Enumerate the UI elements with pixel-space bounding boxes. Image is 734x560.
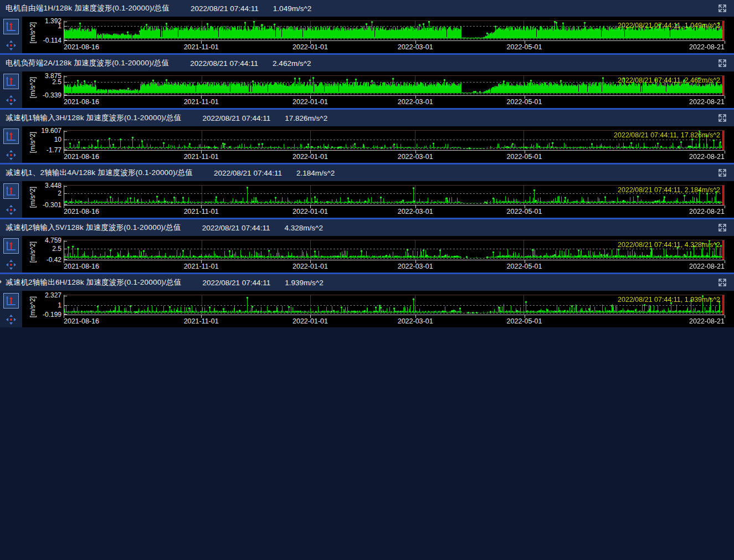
panel-header: 减速机2轴输入5V/128k 加速度波形(0.1-20000)/总值 2022/…	[0, 219, 734, 236]
cursor-annotation: 2022/08/21 07:44:11, 2.184m/s^2	[618, 186, 720, 194]
x-tick-label: 2021-11-01	[184, 153, 219, 161]
x-axis-tick	[725, 260, 725, 263]
pan-move-icon[interactable]	[3, 38, 19, 53]
x-tick-label: 2022-01-01	[292, 43, 328, 51]
y-min-label: -0.339	[28, 91, 61, 99]
expand-arrows-icon[interactable]	[716, 276, 728, 289]
autoscale-tool-button[interactable]	[3, 183, 19, 199]
x-axis-labels: 2021-08-162021-11-012022-01-012022-03-01…	[64, 260, 725, 273]
reading-value: 1.049m/s^2	[273, 4, 311, 13]
expand-arrows-icon[interactable]	[716, 2, 728, 14]
x-tick-label: 2022-03-01	[398, 263, 433, 270]
chart-area[interactable]: [m/s^2] 3.448 2 -0.301 2022/08/21 07:44:…	[22, 181, 734, 218]
plot-region[interactable]: 1.392 1 -0.114 2022/08/21 07:44:11, 1.04…	[64, 20, 725, 41]
pan-move-icon[interactable]	[3, 312, 19, 327]
x-axis-labels: 2021-08-162021-11-012022-01-012022-03-01…	[64, 205, 725, 218]
panel-header: 减速机1轴输入3H/128k 加速度波形(0.1-20000)/总值 2022/…	[0, 110, 734, 126]
chart-area[interactable]: [m/s^2] 19.607 10 -1.77 2022/08/21 07:44…	[22, 126, 734, 163]
x-tick-label: 2021-08-16	[64, 43, 99, 51]
x-tick-label: 2022-01-01	[292, 98, 328, 106]
x-tick-label: 2021-08-16	[64, 153, 99, 161]
x-tick-label: 2022-08-21	[689, 43, 725, 51]
channel-title: 减速机1、2轴输出4A/128k 加速度波形(0.1-20000)/总值	[6, 168, 193, 178]
x-tick-label: 2022-01-01	[292, 317, 328, 325]
channel-title: 减速机2轴输出6H/128k 加速度波形(0.1-20000)/总值	[6, 278, 181, 287]
reading-timestamp: 2022/08/21 07:44:11	[202, 279, 270, 287]
x-axis-tick	[725, 315, 725, 318]
x-tick-label: 2021-08-16	[64, 98, 99, 106]
x-tick-label: 2022-08-21	[689, 208, 725, 215]
autoscale-tool-button[interactable]	[3, 238, 19, 254]
pan-move-icon[interactable]	[3, 147, 19, 163]
x-tick-label: 2022-08-21	[689, 98, 725, 106]
x-tick-label: 2022-08-21	[689, 263, 725, 270]
channel-title: 减速机2轴输入5V/128k 加速度波形(0.1-20000)/总值	[6, 223, 181, 233]
panel-stack: 电机自由端1H/128k 加速度波形(0.1-20000)/总值 2022/08…	[0, 0, 734, 327]
chart-panel: 电机自由端1H/128k 加速度波形(0.1-20000)/总值 2022/08…	[0, 0, 734, 55]
chart-toolbar	[0, 71, 22, 108]
x-tick-label: 2022-03-01	[398, 208, 433, 215]
y-max-label: 4.759	[28, 237, 61, 244]
chart-body: [m/s^2] 2.327 1 -0.199 2022/08/21 07:44:…	[0, 291, 734, 327]
reading-timestamp: 2022/08/21 07:44:11	[191, 4, 259, 13]
plot-region[interactable]: 4.759 2.5 -0.42 2022/08/21 07:44:11, 4.3…	[64, 240, 725, 260]
autoscale-tool-button[interactable]	[3, 293, 19, 309]
plot-region[interactable]: 3.875 2.5 -0.339 2022/08/21 07:44:11, 2.…	[64, 75, 725, 96]
y-mid-label: 10	[28, 136, 61, 143]
chart-area[interactable]: [m/s^2] 1.392 1 -0.114 2022/08/21 07:44:…	[22, 17, 734, 53]
expand-arrows-icon[interactable]	[716, 167, 728, 179]
x-tick-label: 2022-05-01	[507, 263, 542, 270]
x-tick-label: 2022-05-01	[507, 98, 542, 106]
x-tick-label: 2022-03-01	[398, 317, 433, 325]
reading-timestamp: 2022/08/21 07:44:11	[214, 169, 282, 177]
x-tick-label: 2022-01-01	[292, 208, 328, 215]
chart-area[interactable]: [m/s^2] 3.875 2.5 -0.339 2022/08/21 07:4…	[22, 71, 734, 108]
cursor-annotation: 2022/08/21 07:44:11, 4.328m/s^2	[618, 241, 720, 249]
expand-arrows-icon[interactable]	[716, 222, 728, 234]
y-mid-label: 2.5	[28, 78, 61, 86]
x-axis-labels: 2021-08-162021-11-012022-01-012022-03-01…	[64, 315, 725, 327]
x-tick-label: 2022-08-21	[689, 317, 725, 325]
autoscale-tool-button[interactable]	[3, 19, 19, 34]
x-tick-label: 2022-05-01	[507, 317, 542, 325]
autoscale-tool-button[interactable]	[3, 129, 19, 144]
chart-panel: 减速机1、2轴输出4A/128k 加速度波形(0.1-20000)/总值 202…	[0, 165, 734, 219]
chart-panel: 减速机2轴输出6H/128k 加速度波形(0.1-20000)/总值 2022/…	[0, 274, 734, 327]
pan-move-icon[interactable]	[3, 93, 19, 108]
cursor-annotation: 2022/08/21 07:44:11, 1.939m/s^2	[618, 296, 720, 304]
y-min-label: -0.42	[28, 256, 61, 264]
pan-move-icon[interactable]	[3, 202, 19, 218]
chart-toolbar	[0, 236, 22, 273]
plot-region[interactable]: 3.448 2 -0.301 2022/08/21 07:44:11, 2.18…	[64, 185, 725, 205]
x-tick-label: 2021-08-16	[64, 263, 99, 270]
expand-arrows-icon[interactable]	[716, 57, 728, 69]
chart-panel: 电机负荷端2A/128k 加速度波形(0.1-20000)/总值 2022/08…	[0, 55, 734, 110]
x-axis-tick	[725, 205, 725, 208]
chart-area[interactable]: [m/s^2] 2.327 1 -0.199 2022/08/21 07:44:…	[22, 291, 734, 327]
chart-body: [m/s^2] 3.875 2.5 -0.339 2022/08/21 07:4…	[0, 71, 734, 108]
autoscale-tool-button[interactable]	[3, 74, 19, 89]
reading-value: 17.826m/s^2	[285, 114, 327, 122]
chart-area[interactable]: [m/s^2] 4.759 2.5 -0.42 2022/08/21 07:44…	[22, 236, 734, 273]
reading-value: 4.328m/s^2	[285, 224, 323, 232]
plot-region[interactable]: 19.607 10 -1.77 2022/08/21 07:44:11, 17.…	[64, 130, 725, 151]
reading-timestamp: 2022/08/21 07:44:11	[202, 224, 270, 232]
chart-body: [m/s^2] 1.392 1 -0.114 2022/08/21 07:44:…	[0, 17, 734, 53]
pan-move-icon[interactable]	[3, 257, 19, 273]
y-min-label: -0.199	[28, 311, 61, 318]
x-tick-label: 2022-05-01	[507, 153, 542, 161]
x-tick-label: 2022-03-01	[398, 98, 433, 106]
y-max-label: 19.607	[28, 127, 61, 135]
x-axis-labels: 2021-08-162021-11-012022-01-012022-03-01…	[64, 151, 725, 163]
chart-toolbar	[0, 181, 22, 218]
channel-title: 电机负荷端2A/128k 加速度波形(0.1-20000)/总值	[6, 58, 169, 68]
chart-panel: 减速机1轴输入3H/128k 加速度波形(0.1-20000)/总值 2022/…	[0, 110, 734, 165]
plot-region[interactable]: 2.327 1 -0.199 2022/08/21 07:44:11, 1.93…	[64, 295, 725, 315]
reading-value: 2.462m/s^2	[273, 59, 311, 68]
chart-body: [m/s^2] 4.759 2.5 -0.42 2022/08/21 07:44…	[0, 236, 734, 273]
x-tick-label: 2022-05-01	[507, 43, 542, 51]
reading-timestamp: 2022/08/21 07:44:11	[202, 114, 270, 122]
chevron-right-icon[interactable]: ›	[0, 276, 2, 287]
chart-toolbar	[0, 17, 22, 53]
expand-arrows-icon[interactable]	[716, 112, 728, 124]
